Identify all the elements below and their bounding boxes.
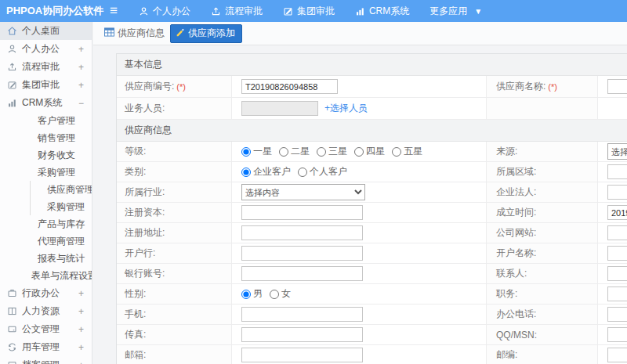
- expand-toggle[interactable]: +: [60, 218, 65, 229]
- supplier-name-input[interactable]: [607, 79, 627, 94]
- supplier-no-input[interactable]: [241, 79, 338, 94]
- mobile-label: 手机:: [125, 308, 146, 321]
- form-row-industry: 所属行业: 选择内容 企业法人:: [117, 182, 627, 203]
- industry-select[interactable]: 选择内容: [241, 184, 365, 200]
- sidebar-item-flow-approval[interactable]: 流程审批 +: [0, 58, 92, 76]
- sidebar-item-group-approval[interactable]: 集团审批 +: [0, 76, 92, 94]
- car-icon: [6, 342, 17, 353]
- sidebar-item-supplier-mgmt[interactable]: 供应商管理: [31, 181, 92, 198]
- expand-toggle[interactable]: +: [78, 324, 84, 335]
- contact-label: 联系人:: [496, 267, 527, 280]
- source-select[interactable]: 选择内容: [607, 143, 627, 160]
- choose-staff-link[interactable]: +选择人员: [324, 102, 368, 115]
- expand-toggle[interactable]: +: [78, 62, 84, 73]
- email-input[interactable]: [241, 348, 363, 362]
- sidebar-item-agent-mgmt[interactable]: 代理商管理 +: [0, 232, 92, 250]
- topnav-personal-office[interactable]: 个人办公: [129, 0, 201, 22]
- tab-supplier-add[interactable]: 供应商添加: [170, 24, 242, 43]
- mobile-input[interactable]: [241, 307, 363, 322]
- expand-toggle[interactable]: +: [78, 360, 84, 364]
- expand-toggle[interactable]: +: [78, 44, 84, 55]
- sidebar-item-purchasing[interactable]: 采购管理: [31, 198, 92, 215]
- bank-account-label: 银行账号:: [125, 267, 165, 280]
- legal-person-input[interactable]: [607, 185, 627, 200]
- sidebar-item-admin-office[interactable]: 行政办公 +: [0, 284, 92, 302]
- user-icon: [6, 44, 17, 55]
- sidebar-item-personal-desktop[interactable]: 个人桌面: [0, 22, 92, 40]
- section-header-basic: 基本信息: [117, 54, 627, 76]
- form-row-bank: 开户行: 开户名称:: [117, 243, 627, 264]
- expand-toggle[interactable]: +: [60, 236, 65, 247]
- website-label: 公司网站:: [496, 226, 536, 240]
- gender-option-male[interactable]: 男: [241, 287, 263, 301]
- expand-toggle[interactable]: +: [60, 132, 65, 143]
- expand-toggle[interactable]: +: [78, 306, 84, 317]
- website-input[interactable]: [607, 225, 627, 240]
- sidebar-item-hr[interactable]: 人力资源 +: [0, 302, 92, 320]
- main-content: 供应商信息 供应商添加 基本信息 供应商编号: (*) 供应商名称: (*): [93, 22, 627, 364]
- sidebar-item-vehicle-mgmt[interactable]: 用车管理 +: [0, 338, 92, 356]
- office-tel-input[interactable]: [607, 307, 627, 322]
- form-row-category: 类别: 企业客户 个人客户 所属区域:: [117, 162, 627, 182]
- grade-option-4star[interactable]: 四星: [354, 145, 385, 158]
- home-icon: [6, 26, 17, 37]
- topnav-group-approval[interactable]: 集团审批: [273, 0, 345, 22]
- founded-date-input[interactable]: [607, 205, 627, 220]
- category-option-enterprise[interactable]: 企业客户: [241, 165, 291, 178]
- expand-toggle[interactable]: +: [78, 288, 84, 299]
- expand-toggle[interactable]: −: [60, 167, 65, 178]
- job-title-input[interactable]: [607, 287, 627, 301]
- sidebar-item-archive-mgmt[interactable]: 档案管理 +: [0, 356, 92, 364]
- sidebar-item-form-flow-settings[interactable]: 表单与流程设置 +: [0, 267, 92, 284]
- source-label: 来源:: [496, 145, 517, 158]
- topnav-more-apps[interactable]: 更多应用: [419, 0, 477, 22]
- expand-toggle[interactable]: +: [78, 80, 84, 91]
- grade-label: 等级:: [125, 145, 146, 158]
- grade-option-5star[interactable]: 五星: [392, 145, 422, 158]
- industry-label: 所属行业:: [125, 186, 165, 199]
- table-grid-icon: [104, 27, 114, 39]
- expand-toggle[interactable]: +: [60, 115, 65, 126]
- sidebar-item-sales-mgmt[interactable]: 销售管理 +: [0, 129, 92, 146]
- topbar: PHPOA协同办公软件 ≡ 个人办公 流程审批 集团审批 CRM系统 更多应用 …: [0, 0, 627, 22]
- gender-option-female[interactable]: 女: [270, 287, 291, 301]
- sidebar-item-doc-mgmt[interactable]: 公文管理 +: [0, 320, 92, 338]
- sidebar-item-crm[interactable]: CRM系统 −: [0, 94, 92, 112]
- region-input[interactable]: [607, 164, 627, 179]
- sidebar-item-personal-office[interactable]: 个人办公 +: [0, 40, 92, 58]
- category-option-personal[interactable]: 个人客户: [298, 165, 347, 178]
- reg-capital-input[interactable]: [241, 205, 363, 220]
- expand-toggle[interactable]: +: [78, 342, 84, 353]
- sidebar-item-purchase-mgmt[interactable]: 采购管理 −: [0, 164, 92, 181]
- fax-input[interactable]: [241, 327, 363, 342]
- contact-input[interactable]: [607, 266, 627, 281]
- reg-address-input[interactable]: [241, 225, 363, 240]
- form-row-staff: 业务人员: +选择人员: [117, 98, 627, 120]
- email-label: 邮箱:: [125, 348, 146, 362]
- grade-option-2star[interactable]: 二星: [279, 145, 310, 158]
- form-row-email: 邮箱: 邮编:: [117, 345, 627, 364]
- caret-down-icon[interactable]: ▼: [474, 7, 490, 16]
- supplier-add-form: 基本信息 供应商编号: (*) 供应商名称: (*): [116, 53, 627, 364]
- qq-msn-input[interactable]: [607, 327, 627, 342]
- tab-supplier-info[interactable]: 供应商信息: [104, 27, 165, 40]
- topnav-crm[interactable]: CRM系统: [345, 0, 419, 22]
- sidebar-item-product-inventory[interactable]: 产品与库存 +: [0, 215, 92, 232]
- bank-input[interactable]: [241, 246, 363, 261]
- legal-person-label: 企业法人:: [496, 186, 536, 199]
- staff-input[interactable]: [241, 101, 318, 116]
- sidebar-item-reports[interactable]: 报表与统计: [0, 250, 92, 267]
- expand-toggle[interactable]: −: [78, 98, 84, 109]
- sidebar-item-finance[interactable]: 财务收支 +: [0, 146, 92, 164]
- topnav-flow-approval[interactable]: 流程审批: [201, 0, 273, 22]
- sidebar-item-customer-mgmt[interactable]: 客户管理 +: [0, 112, 92, 129]
- grade-option-3star[interactable]: 三星: [317, 145, 347, 158]
- account-name-input[interactable]: [607, 246, 627, 261]
- supplier-name-label: 供应商名称:: [496, 80, 545, 93]
- expand-toggle[interactable]: +: [60, 150, 65, 160]
- hamburger-menu-icon[interactable]: ≡: [100, 1, 129, 21]
- app-brand: PHPOA协同办公软件: [0, 4, 100, 18]
- grade-option-1star[interactable]: 一星: [241, 145, 272, 158]
- zip-input[interactable]: [607, 348, 627, 362]
- bank-account-input[interactable]: [241, 266, 363, 281]
